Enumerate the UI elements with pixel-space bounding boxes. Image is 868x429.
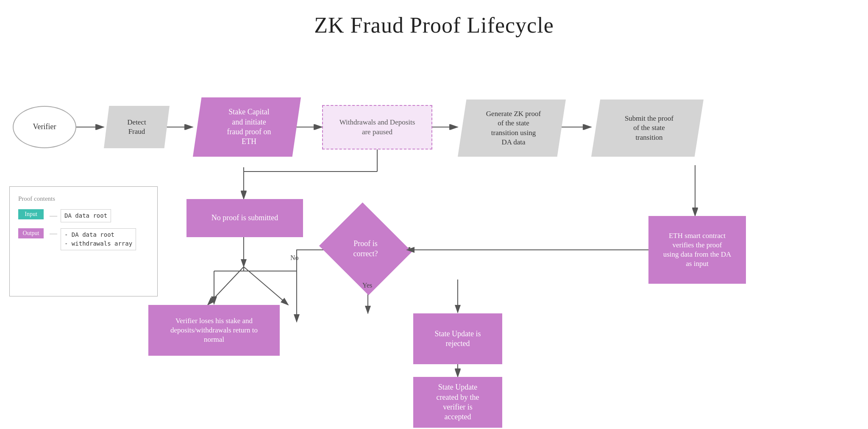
proof-input-label: Input — [18, 209, 44, 219]
svg-line-10 — [208, 267, 244, 305]
eth-verifies-shape: ETH smart contract verifies the proof us… — [648, 216, 746, 284]
stake-capital-label: Stake Capital and initiate fraud proof o… — [227, 107, 271, 147]
no-proof-shape: No proof is submitted — [186, 199, 303, 237]
proof-input-value: DA data root — [61, 209, 111, 222]
verifier-loses-shape: Verifier loses his stake and deposits/wi… — [148, 305, 280, 356]
no-label: No — [290, 254, 299, 262]
eth-verifies-label: ETH smart contract verifies the proof us… — [663, 231, 732, 268]
proof-contents-box: Proof contents Input — DA data root Outp… — [9, 186, 158, 296]
verifier-shape: Verifier — [13, 106, 76, 148]
withdrawals-paused-label: Withdrawals and Deposits are paused — [339, 118, 415, 136]
proof-input-row: Input — DA data root — [18, 209, 149, 222]
page-title: ZK Fraud Proof Lifecycle — [0, 0, 868, 38]
submit-proof-shape: Submit the proof of the state transition — [591, 100, 704, 157]
generate-zk-shape: Generate ZK proof of the state transitio… — [458, 100, 566, 157]
detect-fraud-label: Detect Fraud — [127, 118, 146, 136]
generate-zk-label: Generate ZK proof of the state transitio… — [486, 109, 541, 147]
proof-correct-shape: Proof is correct? — [331, 218, 401, 280]
verifier-label: Verifier — [33, 122, 56, 132]
yes-label: Yes — [362, 282, 372, 289]
stake-capital-shape: Stake Capital and initiate fraud proof o… — [193, 97, 301, 157]
proof-output-row: Output — - DA data root - withdrawals ar… — [18, 228, 149, 250]
state-accepted-label: State Update created by the verifier is … — [437, 382, 479, 422]
detect-fraud-shape: Detect Fraud — [104, 106, 170, 148]
state-accepted-shape: State Update created by the verifier is … — [413, 377, 502, 428]
svg-line-11 — [244, 267, 288, 305]
verifier-loses-label: Verifier loses his stake and deposits/wi… — [170, 316, 258, 344]
state-rejected-label: State Update is rejected — [435, 329, 481, 349]
proof-output-value: - DA data root - withdrawals array — [61, 228, 136, 250]
diagram-container: Verifier Detect Fraud Stake Capital and … — [0, 42, 868, 429]
proof-output-label: Output — [18, 228, 44, 238]
withdrawals-paused-shape: Withdrawals and Deposits are paused — [322, 105, 432, 149]
submit-proof-label: Submit the proof of the state transition — [625, 114, 673, 142]
no-proof-label: No proof is submitted — [211, 213, 278, 223]
proof-contents-title: Proof contents — [18, 195, 149, 202]
state-rejected-shape: State Update is rejected — [413, 313, 502, 364]
